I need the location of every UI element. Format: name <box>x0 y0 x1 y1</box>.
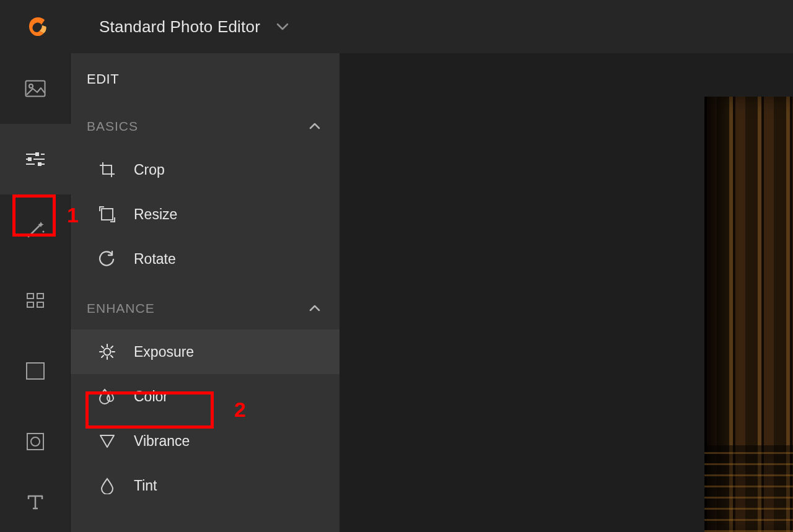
tool-label: Crop <box>134 162 165 178</box>
svg-line-31 <box>111 346 113 348</box>
svg-marker-32 <box>100 435 114 447</box>
image-icon <box>24 77 46 100</box>
svg-rect-13 <box>37 302 43 307</box>
logo-icon <box>25 15 49 38</box>
svg-line-8 <box>28 225 40 237</box>
mode-selector[interactable]: Standard Photo Editor <box>99 17 289 37</box>
left-rail <box>0 53 71 532</box>
svg-rect-16 <box>27 364 43 378</box>
tool-exposure[interactable]: Exposure <box>71 329 340 374</box>
exposure-icon <box>98 342 116 361</box>
sliders-icon <box>24 148 46 170</box>
color-icon <box>98 387 116 406</box>
circle-frame-icon <box>24 430 46 453</box>
svg-line-28 <box>102 346 103 348</box>
crop-icon <box>98 160 116 179</box>
tool-label: Tint <box>134 477 157 494</box>
magic-tab[interactable] <box>0 194 71 265</box>
tool-label: Vibrance <box>134 433 190 450</box>
chevron-down-icon <box>276 22 289 31</box>
tint-icon <box>98 476 116 495</box>
border-tab[interactable] <box>0 336 71 406</box>
frame-icon <box>24 360 46 382</box>
section-enhance-title: ENHANCE <box>87 301 155 316</box>
svg-rect-12 <box>27 302 33 307</box>
section-basics-title: BASICS <box>87 119 138 134</box>
svg-rect-22 <box>102 209 113 220</box>
svg-point-1 <box>29 84 33 88</box>
text-icon <box>24 491 46 513</box>
tool-vibrance[interactable]: Vibrance <box>71 419 340 463</box>
svg-rect-5 <box>35 152 39 156</box>
section-basics-header[interactable]: BASICS <box>71 105 340 147</box>
tool-label: Color <box>134 388 168 405</box>
vibrance-icon <box>98 432 116 450</box>
svg-rect-6 <box>28 157 32 161</box>
svg-line-29 <box>111 355 113 357</box>
app-logo <box>25 14 50 39</box>
svg-rect-10 <box>27 294 33 299</box>
svg-rect-11 <box>37 294 43 299</box>
tool-color[interactable]: Color <box>71 374 340 419</box>
tool-label: Exposure <box>134 344 194 360</box>
chevron-up-icon <box>309 122 321 131</box>
chevron-up-icon <box>309 304 321 313</box>
vignette-tab[interactable] <box>0 406 71 477</box>
svg-line-30 <box>102 355 103 357</box>
apps-tab[interactable] <box>0 265 71 336</box>
svg-point-9 <box>43 231 45 233</box>
wand-icon <box>24 219 46 241</box>
resize-icon <box>98 205 116 224</box>
tool-tint[interactable]: Tint <box>71 463 340 508</box>
section-enhance-header[interactable]: ENHANCE <box>71 287 340 329</box>
canvas-area[interactable] <box>340 53 793 532</box>
svg-point-23 <box>104 349 111 355</box>
svg-rect-17 <box>27 434 43 450</box>
tool-resize[interactable]: Resize <box>71 192 340 237</box>
svg-rect-7 <box>38 162 42 166</box>
tool-crop[interactable]: Crop <box>71 147 340 192</box>
top-bar: Standard Photo Editor <box>0 0 793 53</box>
photo-preview <box>704 97 793 532</box>
mode-title: Standard Photo Editor <box>99 17 260 37</box>
panel-title: EDIT <box>71 53 340 105</box>
adjust-tab[interactable] <box>0 124 71 194</box>
tool-rotate[interactable]: Rotate <box>71 237 340 281</box>
rotate-icon <box>98 250 116 268</box>
svg-point-18 <box>31 437 40 446</box>
image-tab[interactable] <box>0 53 71 124</box>
text-tab[interactable] <box>0 477 71 526</box>
tool-label: Rotate <box>134 251 176 268</box>
grid-icon <box>24 289 46 312</box>
edit-panel: EDIT BASICS Crop Resize Rotate ENHANCE <box>71 53 340 532</box>
tool-label: Resize <box>134 206 177 223</box>
